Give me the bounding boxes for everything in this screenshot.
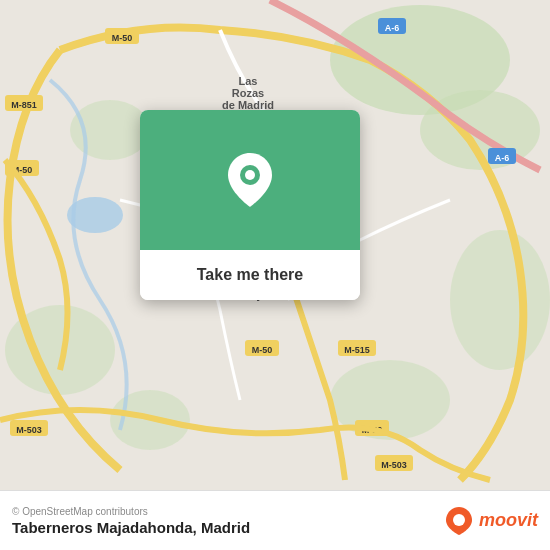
- svg-text:M-503: M-503: [381, 460, 407, 470]
- osm-attribution: © OpenStreetMap contributors: [12, 506, 443, 517]
- svg-text:M-503: M-503: [16, 425, 42, 435]
- svg-point-3: [450, 230, 550, 370]
- card-map-preview: [140, 110, 360, 250]
- location-pin-icon: [228, 153, 272, 207]
- svg-point-36: [245, 170, 255, 180]
- bottom-text-area: © OpenStreetMap contributors Taberneros …: [12, 506, 443, 536]
- moovit-text: moovit: [479, 510, 538, 531]
- bottom-bar: © OpenStreetMap contributors Taberneros …: [0, 490, 550, 550]
- svg-text:M-50: M-50: [252, 345, 273, 355]
- place-name: Taberneros Majadahonda, Madrid: [12, 519, 443, 536]
- moovit-icon: [443, 505, 475, 537]
- svg-text:Las: Las: [239, 75, 258, 87]
- svg-text:A-6: A-6: [385, 23, 400, 33]
- svg-text:M-515: M-515: [344, 345, 370, 355]
- svg-text:M-50: M-50: [112, 33, 133, 43]
- take-me-there-button[interactable]: Take me there: [140, 250, 360, 300]
- svg-point-37: [453, 514, 465, 526]
- svg-text:M-851: M-851: [11, 100, 37, 110]
- location-card: Take me there: [140, 110, 360, 300]
- svg-text:A-6: A-6: [495, 153, 510, 163]
- moovit-logo: moovit: [443, 505, 538, 537]
- map-area: M-50 M-50 M-50 M-50 M-50 A-6 A-6 M-851 M…: [0, 0, 550, 490]
- svg-text:Rozas: Rozas: [232, 87, 264, 99]
